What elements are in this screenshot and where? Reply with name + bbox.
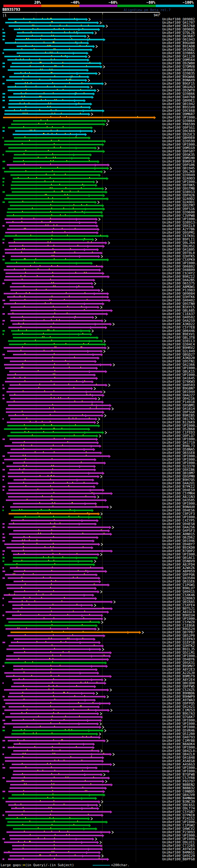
hit-bar-leading-segment[interactable]: [2, 320, 5, 321]
hit-bar[interactable]: [9, 855, 99, 857]
hit-bar[interactable]: [6, 825, 89, 826]
hit-bar[interactable]: [12, 845, 101, 846]
hit-bar[interactable]: [13, 682, 104, 684]
hit-bar-leading-segment[interactable]: [2, 753, 4, 755]
hit-bar[interactable]: [9, 645, 102, 647]
hit-bar-leading-segment[interactable]: [2, 506, 4, 508]
hit-bar-leading-segment[interactable]: [2, 720, 5, 721]
hit-bar[interactable]: [15, 83, 102, 84]
hit-bar-leading-segment[interactable]: [2, 388, 5, 389]
hit-bar[interactable]: [7, 228, 98, 230]
hit-bar[interactable]: [7, 212, 101, 213]
hit-bar[interactable]: [4, 347, 105, 348]
hit-bar[interactable]: [8, 791, 103, 792]
hit-bar-leading-segment[interactable]: [2, 76, 5, 78]
hit-bar-leading-segment[interactable]: [2, 283, 5, 284]
hit-bar[interactable]: [8, 415, 102, 416]
hit-bar-leading-segment[interactable]: [2, 764, 4, 765]
hit-bar[interactable]: [9, 395, 102, 396]
hit-bar[interactable]: [11, 188, 102, 189]
hit-bar-leading-segment[interactable]: [2, 706, 5, 708]
hit-bar-leading-segment[interactable]: [2, 255, 5, 257]
hit-bar[interactable]: [13, 581, 99, 582]
hit-bar[interactable]: [4, 852, 99, 853]
hit-bar-leading-segment[interactable]: [2, 462, 4, 464]
hit-bar-leading-segment[interactable]: [2, 479, 4, 480]
hit-bar[interactable]: [10, 310, 111, 311]
hit-bar-leading-segment[interactable]: [2, 476, 5, 477]
hit-bar[interactable]: [6, 655, 109, 657]
hit-bar[interactable]: [8, 405, 109, 406]
hit-bar-leading-segment[interactable]: [2, 225, 5, 227]
hit-bar[interactable]: [10, 205, 102, 206]
hit-bar-leading-segment[interactable]: [2, 567, 4, 569]
hit-bar-leading-segment[interactable]: [2, 313, 5, 315]
hit-bar[interactable]: [4, 293, 107, 294]
hit-bar-leading-segment[interactable]: [2, 537, 5, 538]
hit-bar-leading-segment[interactable]: [2, 330, 5, 332]
hit-bar[interactable]: [4, 113, 88, 115]
hit-bar[interactable]: [10, 398, 95, 399]
hit-bar[interactable]: [12, 679, 102, 680]
hit-bar-leading-segment[interactable]: [2, 300, 5, 301]
hit-bar[interactable]: [12, 604, 91, 606]
hit-bar-leading-segment[interactable]: [2, 489, 4, 491]
hit-bar[interactable]: [5, 232, 97, 234]
alignment-row[interactable]: UniRef100_B8PFG8: [0, 858, 197, 861]
hit-bar-leading-segment[interactable]: [2, 560, 4, 562]
hit-bar-leading-segment[interactable]: [2, 100, 5, 101]
hit-bar[interactable]: [12, 191, 106, 193]
hit-bar[interactable]: [13, 557, 96, 559]
hit-bar[interactable]: [9, 384, 106, 386]
hit-bar-leading-segment[interactable]: [2, 438, 5, 440]
hit-bar-leading-segment[interactable]: [2, 39, 5, 40]
hit-bar[interactable]: [6, 499, 105, 501]
hit-bar[interactable]: [5, 22, 97, 23]
hit-bar[interactable]: [8, 747, 93, 748]
hit-bar-leading-segment[interactable]: [2, 259, 5, 260]
hit-bar[interactable]: [12, 63, 100, 64]
hit-bar[interactable]: [8, 740, 104, 741]
hit-bar[interactable]: [11, 753, 110, 755]
hit-bar[interactable]: [8, 388, 91, 389]
hit-bar[interactable]: [17, 45, 93, 47]
hit-bar[interactable]: [8, 69, 87, 71]
hit-bar[interactable]: [4, 544, 98, 545]
hit-bar[interactable]: [9, 533, 110, 535]
hit-bar[interactable]: [4, 428, 88, 430]
hit-bar[interactable]: [9, 835, 102, 836]
hit-bar[interactable]: [9, 167, 107, 169]
hit-bar[interactable]: [5, 367, 96, 369]
hit-bar[interactable]: [5, 716, 101, 718]
hit-bar[interactable]: [4, 699, 94, 701]
hit-bar-leading-segment[interactable]: [2, 106, 5, 108]
hit-bar[interactable]: [5, 381, 92, 382]
hit-bar-leading-segment[interactable]: [2, 181, 4, 183]
hit-bar[interactable]: [8, 621, 98, 623]
hit-bar[interactable]: [10, 320, 102, 321]
hit-bar[interactable]: [13, 770, 108, 772]
hit-bar[interactable]: [12, 178, 106, 179]
hit-bar[interactable]: [7, 425, 98, 427]
hit-bar[interactable]: [4, 56, 86, 57]
hit-bar[interactable]: [7, 821, 106, 823]
hit-bar-leading-segment[interactable]: [2, 66, 5, 67]
hit-bar-leading-segment[interactable]: [2, 239, 5, 240]
hit-bar[interactable]: [10, 286, 92, 287]
hit-bar[interactable]: [7, 588, 95, 589]
hit-bar-leading-segment[interactable]: [2, 83, 5, 84]
hit-bar[interactable]: [5, 818, 88, 819]
hit-bar-leading-segment[interactable]: [2, 418, 4, 420]
hit-bar[interactable]: [5, 703, 109, 704]
hit-bar[interactable]: [5, 235, 107, 237]
hit-bar[interactable]: [5, 760, 102, 762]
hit-bar-leading-segment[interactable]: [2, 334, 4, 335]
hit-bar[interactable]: [6, 215, 102, 216]
hit-bar[interactable]: [5, 737, 99, 738]
hit-bar[interactable]: [4, 594, 92, 596]
hit-bar-leading-segment[interactable]: [2, 598, 4, 599]
hit-bar[interactable]: [3, 49, 91, 51]
hit-bar[interactable]: [5, 757, 102, 758]
hit-bar-leading-segment[interactable]: [2, 398, 5, 399]
hit-bar[interactable]: [12, 720, 100, 721]
